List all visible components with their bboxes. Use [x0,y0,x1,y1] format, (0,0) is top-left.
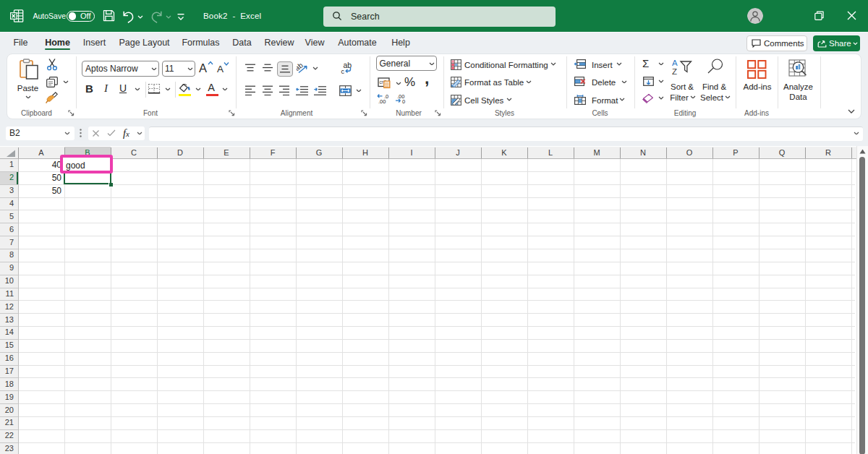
svg-text:cr: cr [379,80,383,85]
svg-text:c: c [341,67,344,74]
svg-text:A: A [672,59,678,67]
svg-text:0: 0 [402,98,405,104]
svg-text:Z: Z [672,67,677,75]
svg-text:.00: .00 [378,98,386,104]
